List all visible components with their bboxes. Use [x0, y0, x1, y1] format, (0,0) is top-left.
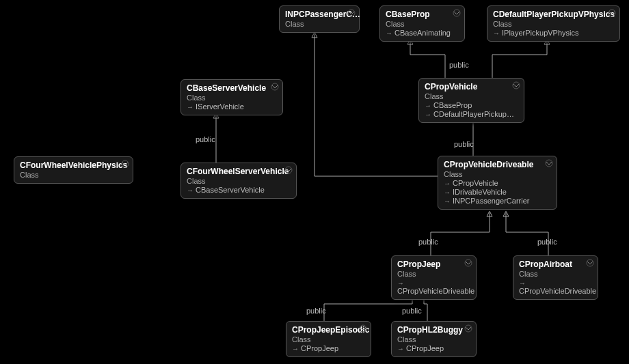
class-inherit: →CBaseServerVehicle	[187, 186, 291, 194]
expand-icon[interactable]	[347, 9, 356, 17]
class-title: CBaseProp	[386, 10, 459, 19]
class-type-label: Class	[386, 20, 459, 28]
svg-point-2	[608, 10, 615, 16]
class-inherit: →CPropJeep	[292, 344, 365, 352]
svg-point-0	[348, 10, 355, 16]
svg-point-10	[360, 325, 366, 332]
expand-icon[interactable]	[545, 159, 553, 167]
expand-icon[interactable]	[121, 160, 129, 168]
class-title: CPropHL2Buggy	[397, 325, 470, 335]
class-title: CFourWheelServerVehicle	[187, 167, 291, 176]
arrow-icon: →	[519, 279, 526, 287]
class-type-label: Class	[397, 270, 470, 278]
arrow-icon: →	[425, 102, 431, 109]
edge-label: public	[537, 238, 557, 246]
arrow-icon: →	[292, 345, 299, 352]
class-title: CPropAirboat	[519, 260, 592, 269]
class-node-cpropairboat[interactable]: CPropAirboat Class →CPropVehicleDriveabl…	[513, 255, 598, 300]
arrow-icon: →	[425, 111, 431, 118]
class-node-cfourwheelservervehicle[interactable]: CFourWheelServerVehicle Class →CBaseServ…	[180, 163, 297, 199]
class-inherit: →CDefaultPlayerPickup…	[425, 110, 518, 118]
expand-icon[interactable]	[453, 9, 461, 17]
svg-point-3	[271, 83, 278, 90]
arrow-icon: →	[444, 180, 451, 187]
class-type-label: Class	[285, 20, 353, 28]
class-inherit: →CPropVehicle	[444, 179, 551, 187]
svg-point-9	[587, 260, 593, 266]
class-inherit: →IDrivableVehicle	[444, 188, 551, 196]
svg-point-11	[465, 325, 472, 332]
svg-point-8	[465, 260, 472, 266]
class-type-label: Class	[187, 94, 277, 102]
edge-label: public	[402, 307, 422, 315]
class-node-cbaseservervehicle[interactable]: CBaseServerVehicle Class →IServerVehicle	[180, 79, 283, 115]
class-type-label: Class	[519, 270, 592, 278]
class-type-label: Class	[20, 171, 127, 179]
class-title: CPropJeep	[397, 260, 470, 269]
class-title: CDefaultPlayerPickupVPhysics	[493, 10, 614, 19]
edge-label: public	[306, 307, 326, 315]
class-title: INPCPassengerC…	[285, 10, 353, 19]
class-type-label: Class	[187, 177, 291, 185]
class-node-cfourwheelvehiclephysics[interactable]: CFourWheelVehiclePhysics Class	[14, 156, 133, 184]
expand-icon[interactable]	[359, 324, 367, 333]
arrow-icon: →	[444, 197, 451, 205]
class-inherit: →IPlayerPickupVPhysics	[493, 29, 614, 37]
class-node-cprophl2buggy[interactable]: CPropHL2Buggy Class →CPropJeep	[391, 321, 477, 357]
svg-point-1	[453, 10, 460, 16]
class-node-cpropvehicle[interactable]: CPropVehicle Class →CBaseProp →CDefaultP…	[418, 78, 524, 123]
class-inherit: →IServerVehicle	[187, 102, 277, 111]
class-node-cpropjeep[interactable]: CPropJeep Class →CPropVehicleDriveable	[391, 255, 477, 300]
svg-point-4	[513, 82, 520, 89]
class-type-label: Class	[493, 20, 614, 28]
class-title: CFourWheelVehiclePhysics	[20, 160, 127, 170]
class-node-cpropvehicledriveable[interactable]: CPropVehicleDriveable Class →CPropVehicl…	[438, 156, 557, 210]
class-node-cpropjeepepisodic[interactable]: CPropJeepEpisodic Class →CPropJeep	[286, 321, 371, 357]
arrow-icon: →	[397, 279, 404, 287]
class-type-label: Class	[292, 335, 365, 344]
class-node-inpcpassenger[interactable]: INPCPassengerC… Class	[279, 5, 360, 33]
edge-label: public	[449, 61, 469, 69]
class-node-cdefaultplayerpickup[interactable]: CDefaultPlayerPickupVPhysics Class →IPla…	[487, 5, 620, 42]
class-title: CPropVehicleDriveable	[444, 160, 551, 169]
class-type-label: Class	[444, 170, 551, 178]
arrow-icon: →	[386, 29, 392, 37]
svg-point-5	[122, 160, 129, 167]
class-inherit: →CPropJeep	[397, 344, 470, 352]
edge-label: public	[454, 140, 474, 148]
class-type-label: Class	[425, 92, 518, 100]
expand-icon[interactable]	[608, 9, 616, 17]
arrow-icon: →	[493, 29, 500, 37]
class-inherit: →CPropVehicleDriveable	[397, 279, 470, 295]
expand-icon[interactable]	[512, 81, 520, 89]
class-node-cbaseprop[interactable]: CBaseProp Class →CBaseAnimating	[379, 5, 465, 42]
class-inherit: →CBaseAnimating	[386, 29, 459, 37]
class-inherit: →CBaseProp	[425, 101, 518, 109]
expand-icon[interactable]	[464, 259, 472, 267]
expand-icon[interactable]	[464, 324, 472, 333]
edge-label: public	[196, 135, 215, 143]
svg-point-7	[546, 160, 552, 167]
svg-point-6	[285, 167, 292, 173]
edge-label: public	[418, 238, 438, 246]
arrow-icon: →	[444, 188, 451, 196]
class-title: CPropJeepEpisodic	[292, 325, 365, 335]
class-inherit: →INPCPassengerCarrier	[444, 197, 551, 205]
arrow-icon: →	[187, 103, 193, 111]
class-title: CBaseServerVehicle	[187, 83, 277, 93]
expand-icon[interactable]	[284, 166, 293, 174]
class-inherit: →CPropVehicleDriveable	[519, 279, 592, 295]
class-type-label: Class	[397, 335, 470, 344]
arrow-icon: →	[187, 186, 193, 194]
expand-icon[interactable]	[271, 83, 279, 91]
arrow-icon: →	[397, 345, 404, 352]
class-title: CPropVehicle	[425, 82, 518, 92]
expand-icon[interactable]	[586, 259, 594, 267]
